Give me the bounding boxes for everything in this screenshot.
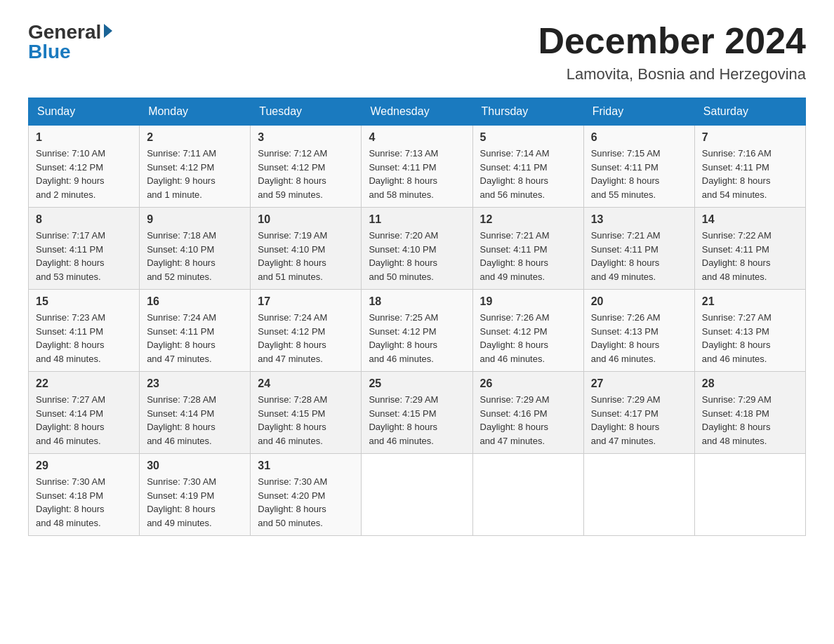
day-info: Sunrise: 7:30 AMSunset: 4:19 PMDaylight:… xyxy=(147,476,216,528)
day-info: Sunrise: 7:18 AMSunset: 4:10 PMDaylight:… xyxy=(147,230,216,282)
calendar-week-1: 1Sunrise: 7:10 AMSunset: 4:12 PMDaylight… xyxy=(29,126,806,208)
calendar-week-4: 22Sunrise: 7:27 AMSunset: 4:14 PMDayligh… xyxy=(29,372,806,454)
calendar-cell: 12Sunrise: 7:21 AMSunset: 4:11 PMDayligh… xyxy=(472,208,583,290)
calendar-cell: 2Sunrise: 7:11 AMSunset: 4:12 PMDaylight… xyxy=(140,126,251,208)
calendar-cell xyxy=(583,454,694,536)
day-number: 24 xyxy=(258,377,354,390)
day-info: Sunrise: 7:24 AMSunset: 4:12 PMDaylight:… xyxy=(258,312,327,364)
calendar-cell: 19Sunrise: 7:26 AMSunset: 4:12 PMDayligh… xyxy=(472,290,583,372)
page-header: General Blue December 2024 Lamovita, Bos… xyxy=(28,21,806,83)
day-info: Sunrise: 7:13 AMSunset: 4:11 PMDaylight:… xyxy=(369,148,438,200)
day-info: Sunrise: 7:21 AMSunset: 4:11 PMDaylight:… xyxy=(591,230,661,282)
calendar-cell: 25Sunrise: 7:29 AMSunset: 4:15 PMDayligh… xyxy=(362,372,472,454)
calendar-cell: 24Sunrise: 7:28 AMSunset: 4:15 PMDayligh… xyxy=(251,372,362,454)
day-number: 17 xyxy=(258,295,354,308)
day-info: Sunrise: 7:11 AMSunset: 4:12 PMDaylight:… xyxy=(147,148,216,200)
header-monday: Monday xyxy=(140,98,251,126)
header-tuesday: Tuesday xyxy=(251,98,362,126)
day-number: 18 xyxy=(369,295,465,308)
calendar-cell: 11Sunrise: 7:20 AMSunset: 4:10 PMDayligh… xyxy=(362,208,472,290)
day-number: 7 xyxy=(702,131,798,144)
day-number: 8 xyxy=(36,213,132,226)
title-section: December 2024 Lamovita, Bosnia and Herze… xyxy=(538,21,806,83)
logo-arrow-icon xyxy=(104,24,112,38)
day-number: 9 xyxy=(147,213,243,226)
calendar-week-2: 8Sunrise: 7:17 AMSunset: 4:11 PMDaylight… xyxy=(29,208,806,290)
day-number: 2 xyxy=(147,131,243,144)
calendar-cell: 20Sunrise: 7:26 AMSunset: 4:13 PMDayligh… xyxy=(583,290,694,372)
calendar-cell: 1Sunrise: 7:10 AMSunset: 4:12 PMDaylight… xyxy=(29,126,140,208)
day-info: Sunrise: 7:29 AMSunset: 4:17 PMDaylight:… xyxy=(591,394,661,446)
calendar-cell: 14Sunrise: 7:22 AMSunset: 4:11 PMDayligh… xyxy=(694,208,805,290)
day-info: Sunrise: 7:30 AMSunset: 4:18 PMDaylight:… xyxy=(36,476,105,528)
day-number: 3 xyxy=(258,131,354,144)
calendar-cell: 6Sunrise: 7:15 AMSunset: 4:11 PMDaylight… xyxy=(583,126,694,208)
calendar-cell: 31Sunrise: 7:30 AMSunset: 4:20 PMDayligh… xyxy=(251,454,362,536)
day-number: 6 xyxy=(591,131,687,144)
day-info: Sunrise: 7:10 AMSunset: 4:12 PMDaylight:… xyxy=(36,148,105,200)
day-info: Sunrise: 7:21 AMSunset: 4:11 PMDaylight:… xyxy=(480,230,550,282)
calendar-cell: 17Sunrise: 7:24 AMSunset: 4:12 PMDayligh… xyxy=(251,290,362,372)
logo-blue: Blue xyxy=(28,41,71,63)
calendar-cell: 4Sunrise: 7:13 AMSunset: 4:11 PMDaylight… xyxy=(362,126,472,208)
calendar-cell xyxy=(694,454,805,536)
day-info: Sunrise: 7:29 AMSunset: 4:16 PMDaylight:… xyxy=(480,394,550,446)
day-info: Sunrise: 7:17 AMSunset: 4:11 PMDaylight:… xyxy=(36,230,105,282)
day-info: Sunrise: 7:23 AMSunset: 4:11 PMDaylight:… xyxy=(36,312,105,364)
day-info: Sunrise: 7:15 AMSunset: 4:11 PMDaylight:… xyxy=(591,148,661,200)
day-info: Sunrise: 7:27 AMSunset: 4:13 PMDaylight:… xyxy=(702,312,772,364)
day-info: Sunrise: 7:22 AMSunset: 4:11 PMDaylight:… xyxy=(702,230,772,282)
day-number: 16 xyxy=(147,295,243,308)
day-number: 22 xyxy=(36,377,132,390)
day-info: Sunrise: 7:20 AMSunset: 4:10 PMDaylight:… xyxy=(369,230,438,282)
day-info: Sunrise: 7:16 AMSunset: 4:11 PMDaylight:… xyxy=(702,148,772,200)
calendar-cell: 7Sunrise: 7:16 AMSunset: 4:11 PMDaylight… xyxy=(694,126,805,208)
main-title: December 2024 xyxy=(538,21,806,61)
day-info: Sunrise: 7:28 AMSunset: 4:15 PMDaylight:… xyxy=(258,394,327,446)
header-row: SundayMondayTuesdayWednesdayThursdayFrid… xyxy=(29,98,806,126)
calendar-cell: 9Sunrise: 7:18 AMSunset: 4:10 PMDaylight… xyxy=(140,208,251,290)
header-friday: Friday xyxy=(583,98,694,126)
header-sunday: Sunday xyxy=(29,98,140,126)
day-info: Sunrise: 7:29 AMSunset: 4:15 PMDaylight:… xyxy=(369,394,438,446)
calendar-cell xyxy=(362,454,472,536)
day-number: 29 xyxy=(36,459,132,472)
day-info: Sunrise: 7:24 AMSunset: 4:11 PMDaylight:… xyxy=(147,312,216,364)
day-number: 10 xyxy=(258,213,354,226)
calendar-cell: 27Sunrise: 7:29 AMSunset: 4:17 PMDayligh… xyxy=(583,372,694,454)
calendar-cell: 5Sunrise: 7:14 AMSunset: 4:11 PMDaylight… xyxy=(472,126,583,208)
day-number: 15 xyxy=(36,295,132,308)
calendar-cell: 23Sunrise: 7:28 AMSunset: 4:14 PMDayligh… xyxy=(140,372,251,454)
day-number: 20 xyxy=(591,295,687,308)
calendar-cell: 16Sunrise: 7:24 AMSunset: 4:11 PMDayligh… xyxy=(140,290,251,372)
header-thursday: Thursday xyxy=(472,98,583,126)
day-number: 27 xyxy=(591,377,687,390)
calendar-cell: 13Sunrise: 7:21 AMSunset: 4:11 PMDayligh… xyxy=(583,208,694,290)
day-number: 30 xyxy=(147,459,243,472)
calendar-cell xyxy=(472,454,583,536)
day-number: 4 xyxy=(369,131,465,144)
calendar-cell: 30Sunrise: 7:30 AMSunset: 4:19 PMDayligh… xyxy=(140,454,251,536)
day-number: 12 xyxy=(480,213,576,226)
calendar-cell: 26Sunrise: 7:29 AMSunset: 4:16 PMDayligh… xyxy=(472,372,583,454)
calendar-cell: 10Sunrise: 7:19 AMSunset: 4:10 PMDayligh… xyxy=(251,208,362,290)
calendar-cell: 15Sunrise: 7:23 AMSunset: 4:11 PMDayligh… xyxy=(29,290,140,372)
calendar-cell: 29Sunrise: 7:30 AMSunset: 4:18 PMDayligh… xyxy=(29,454,140,536)
day-number: 25 xyxy=(369,377,465,390)
day-number: 11 xyxy=(369,213,465,226)
calendar-cell: 21Sunrise: 7:27 AMSunset: 4:13 PMDayligh… xyxy=(694,290,805,372)
calendar-cell: 8Sunrise: 7:17 AMSunset: 4:11 PMDaylight… xyxy=(29,208,140,290)
day-info: Sunrise: 7:19 AMSunset: 4:10 PMDaylight:… xyxy=(258,230,327,282)
calendar-cell: 3Sunrise: 7:12 AMSunset: 4:12 PMDaylight… xyxy=(251,126,362,208)
subtitle: Lamovita, Bosnia and Herzegovina xyxy=(538,65,806,83)
day-number: 31 xyxy=(258,459,354,472)
logo: General Blue xyxy=(28,21,112,63)
calendar-cell: 28Sunrise: 7:29 AMSunset: 4:18 PMDayligh… xyxy=(694,372,805,454)
day-info: Sunrise: 7:30 AMSunset: 4:20 PMDaylight:… xyxy=(258,476,327,528)
day-number: 5 xyxy=(480,131,576,144)
calendar-week-5: 29Sunrise: 7:30 AMSunset: 4:18 PMDayligh… xyxy=(29,454,806,536)
day-info: Sunrise: 7:28 AMSunset: 4:14 PMDaylight:… xyxy=(147,394,216,446)
day-number: 1 xyxy=(36,131,132,144)
day-info: Sunrise: 7:12 AMSunset: 4:12 PMDaylight:… xyxy=(258,148,327,200)
day-info: Sunrise: 7:25 AMSunset: 4:12 PMDaylight:… xyxy=(369,312,438,364)
